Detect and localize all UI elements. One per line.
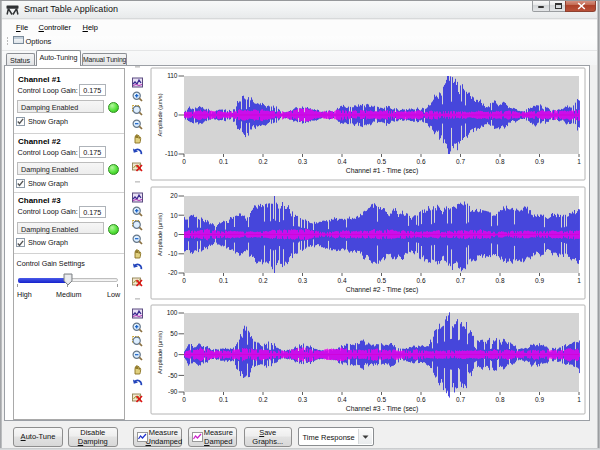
svg-text:1: 1 [577, 396, 581, 403]
svg-text:0: 0 [182, 277, 186, 284]
svg-text:-10: -10 [168, 250, 178, 257]
svg-text:0.5: 0.5 [377, 396, 386, 403]
svg-text:0: 0 [182, 158, 186, 165]
svg-text:0.6: 0.6 [416, 277, 425, 284]
svg-text:0.2: 0.2 [258, 396, 267, 403]
svg-text:0.3: 0.3 [298, 396, 307, 403]
svg-text:0.4: 0.4 [337, 158, 346, 165]
svg-text:Amplitude (µm/s): Amplitude (µm/s) [157, 93, 163, 136]
svg-text:0.6: 0.6 [416, 158, 425, 165]
svg-text:0: 0 [174, 111, 178, 118]
svg-text:0.9: 0.9 [535, 158, 544, 165]
svg-text:0.7: 0.7 [456, 396, 465, 403]
svg-text:0.8: 0.8 [495, 396, 504, 403]
svg-text:0.9: 0.9 [535, 396, 544, 403]
svg-text:-50: -50 [168, 372, 178, 379]
svg-text:Amplitude (µm/s): Amplitude (µm/s) [157, 213, 163, 256]
svg-text:0.1: 0.1 [219, 277, 228, 284]
svg-text:0.8: 0.8 [495, 277, 504, 284]
svg-text:-90: -90 [168, 388, 178, 395]
svg-text:-20: -20 [168, 269, 178, 276]
svg-text:0.2: 0.2 [258, 277, 267, 284]
svg-text:0.9: 0.9 [535, 277, 544, 284]
svg-text:0.7: 0.7 [456, 158, 465, 165]
svg-text:0.4: 0.4 [337, 396, 346, 403]
svg-text:0.2: 0.2 [258, 158, 267, 165]
svg-text:0.6: 0.6 [416, 396, 425, 403]
svg-text:50: 50 [170, 330, 178, 337]
svg-text:100: 100 [167, 309, 178, 316]
svg-text:0.5: 0.5 [377, 277, 386, 284]
svg-text:-110: -110 [165, 150, 178, 157]
svg-text:0.3: 0.3 [298, 158, 307, 165]
svg-text:Channel #1 - Time (sec): Channel #1 - Time (sec) [346, 167, 419, 175]
svg-text:1: 1 [577, 158, 581, 165]
svg-text:Channel #3 - Time (sec): Channel #3 - Time (sec) [346, 405, 419, 413]
svg-text:Amplitude (µm/s): Amplitude (µm/s) [157, 331, 163, 374]
svg-text:110: 110 [167, 72, 178, 79]
svg-text:0: 0 [174, 231, 178, 238]
svg-text:0.4: 0.4 [337, 277, 346, 284]
svg-text:0.7: 0.7 [456, 277, 465, 284]
svg-text:0.8: 0.8 [495, 158, 504, 165]
svg-text:0.1: 0.1 [219, 158, 228, 165]
svg-text:1: 1 [577, 277, 581, 284]
svg-text:0.5: 0.5 [377, 158, 386, 165]
svg-text:0: 0 [182, 396, 186, 403]
svg-text:0: 0 [174, 351, 178, 358]
svg-text:20: 20 [170, 192, 178, 199]
svg-text:Channel #2 - Time (sec): Channel #2 - Time (sec) [346, 286, 419, 294]
svg-text:0.1: 0.1 [219, 396, 228, 403]
svg-text:10: 10 [170, 212, 178, 219]
svg-text:0.3: 0.3 [298, 277, 307, 284]
